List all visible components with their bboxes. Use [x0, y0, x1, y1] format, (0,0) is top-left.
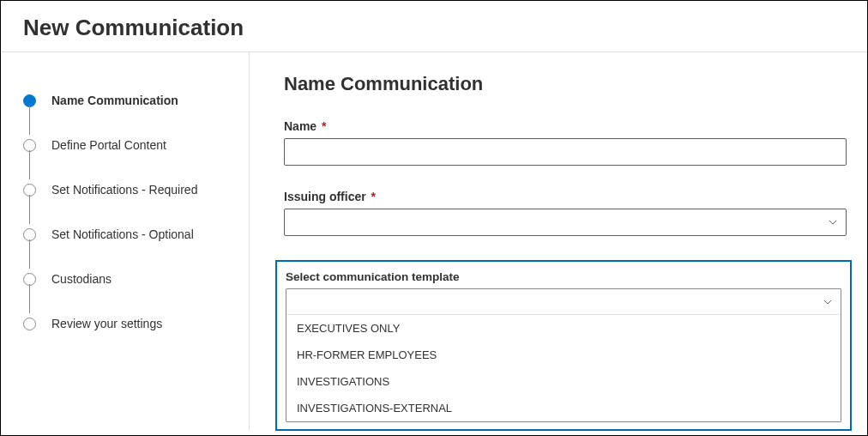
step-indicator-icon — [23, 94, 36, 107]
required-indicator: * — [371, 190, 376, 203]
select-box[interactable] — [286, 289, 841, 315]
issuing-officer-select[interactable] — [284, 209, 847, 236]
step-indicator-icon — [23, 184, 36, 197]
issuing-officer-field-group: Issuing officer * — [284, 190, 847, 236]
issuing-officer-label: Issuing officer * — [284, 190, 847, 203]
step-indicator-icon — [23, 228, 36, 241]
step-name-communication[interactable]: Name Communication — [23, 78, 249, 123]
chevron-down-icon — [829, 218, 837, 227]
step-set-notifications-optional[interactable]: Set Notifications - Optional — [23, 212, 249, 257]
select-box[interactable] — [284, 209, 847, 236]
step-define-portal-content[interactable]: Define Portal Content — [23, 123, 249, 167]
name-input[interactable] — [284, 138, 847, 166]
template-option-hr-former-employees[interactable]: HR-FORMER EMPLOYEES — [286, 342, 841, 368]
template-select[interactable]: EXECUTIVES ONLY HR-FORMER EMPLOYEES INVE… — [286, 288, 841, 422]
wizard-stepper: Name Communication Define Portal Content… — [1, 52, 250, 430]
content-area: Name Communication Define Portal Content… — [1, 51, 867, 431]
step-label: Set Notifications - Required — [51, 183, 197, 197]
page-title: New Communication — [1, 1, 867, 51]
chevron-down-icon — [823, 298, 832, 306]
name-field-group: Name * — [284, 119, 847, 166]
template-label: Select communication template — [286, 270, 841, 283]
label-text: Issuing officer — [284, 190, 366, 203]
label-text: Name — [284, 119, 316, 133]
template-option-executives-only[interactable]: EXECUTIVES ONLY — [286, 315, 841, 342]
step-label: Set Notifications - Optional — [51, 227, 194, 241]
step-indicator-icon — [23, 318, 36, 330]
template-dropdown-list: EXECUTIVES ONLY HR-FORMER EMPLOYEES INVE… — [286, 315, 841, 421]
required-indicator: * — [322, 119, 326, 133]
step-indicator-icon — [23, 273, 36, 286]
name-label: Name * — [284, 119, 847, 133]
step-label: Define Portal Content — [51, 138, 166, 152]
panel-heading: Name Communication — [284, 73, 847, 95]
step-review-your-settings[interactable]: Review your settings — [23, 301, 249, 346]
step-custodians[interactable]: Custodians — [23, 257, 249, 301]
template-option-investigations-external[interactable]: INVESTIGATIONS-EXTERNAL — [286, 395, 841, 421]
main-panel: Name Communication Name * Issuing office… — [250, 52, 867, 431]
step-label: Review your settings — [51, 317, 162, 330]
step-indicator-icon — [23, 139, 36, 152]
step-label: Custodians — [51, 272, 112, 286]
step-label: Name Communication — [51, 94, 178, 107]
template-highlight-box: Select communication template EXECUTIVES… — [275, 260, 852, 431]
template-option-investigations[interactable]: INVESTIGATIONS — [286, 368, 841, 395]
step-set-notifications-required[interactable]: Set Notifications - Required — [23, 167, 249, 212]
